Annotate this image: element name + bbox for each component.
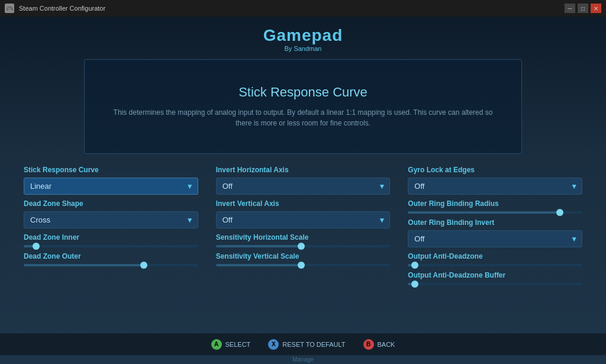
invert-horizontal-label: Invert Horizontal Axis xyxy=(216,166,391,174)
reset-button[interactable]: X RESET TO DEFAULT xyxy=(268,339,345,350)
reset-icon: X xyxy=(268,339,279,350)
header-section: Gamepad By Sandman Stick Response Curve … xyxy=(0,17,606,154)
title-bar: 🎮 Steam Controller Configurator ─ □ ✕ xyxy=(0,0,606,17)
column-1: Stick Response Curve Linear Aggressive W… xyxy=(24,166,207,327)
dead-zone-inner-label: Dead Zone Inner xyxy=(24,233,198,241)
dead-zone-outer-field: Dead Zone Outer xyxy=(24,252,198,266)
invert-horizontal-field: Invert Horizontal Axis Off On ▼ xyxy=(216,166,391,195)
dead-zone-inner-field: Dead Zone Inner xyxy=(24,233,198,247)
dead-zone-shape-wrapper: Cross Circle Square ▼ xyxy=(24,211,198,228)
dead-zone-shape-label: Dead Zone Shape xyxy=(24,199,198,208)
back-button[interactable]: B BACK xyxy=(363,339,395,350)
stick-response-curve-dropdown[interactable]: Linear Aggressive Wide Extra Wide Custom xyxy=(24,178,198,195)
invert-vertical-dropdown[interactable]: Off On xyxy=(216,211,391,228)
stick-response-curve-field: Stick Response Curve Linear Aggressive W… xyxy=(24,166,198,195)
gyro-lock-wrapper: Off On ▼ xyxy=(408,178,582,195)
stick-response-curve-wrapper: Linear Aggressive Wide Extra Wide Custom… xyxy=(24,178,198,195)
app-icon: 🎮 xyxy=(5,4,14,13)
output-anti-deadzone-buffer-thumb[interactable] xyxy=(411,281,418,288)
output-anti-deadzone-buffer-field: Output Anti-Deadzone Buffer xyxy=(408,271,582,285)
dead-zone-shape-dropdown[interactable]: Cross Circle Square xyxy=(24,211,198,228)
dead-zone-outer-label: Dead Zone Outer xyxy=(24,252,198,260)
graph-description: This determines the mapping of analog in… xyxy=(108,107,498,128)
outer-ring-radius-label: Outer Ring Binding Radius xyxy=(408,199,582,208)
outer-ring-radius-field: Outer Ring Binding Radius xyxy=(408,199,582,214)
outer-ring-invert-field: Outer Ring Binding Invert Off On ▼ xyxy=(408,218,582,247)
output-anti-deadzone-buffer-label: Output Anti-Deadzone Buffer xyxy=(408,271,582,279)
select-label: SELECT xyxy=(225,341,251,348)
outer-ring-radius-track xyxy=(408,211,582,214)
reset-label: RESET TO DEFAULT xyxy=(282,341,345,348)
select-icon: A xyxy=(211,339,222,350)
sensitivity-horizontal-track xyxy=(216,245,391,247)
back-icon: B xyxy=(363,339,374,350)
window-controls: ─ □ ✕ xyxy=(565,4,601,13)
gyro-lock-dropdown[interactable]: Off On xyxy=(408,178,582,195)
output-anti-deadzone-field: Output Anti-Deadzone xyxy=(408,252,582,266)
stick-response-curve-label: Stick Response Curve xyxy=(24,166,198,174)
sensitivity-vertical-thumb[interactable] xyxy=(298,262,305,269)
output-anti-deadzone-buffer-track xyxy=(408,283,582,285)
minimize-button[interactable]: ─ xyxy=(565,4,575,13)
dead-zone-inner-track xyxy=(24,245,198,247)
dead-zone-outer-thumb[interactable] xyxy=(140,262,147,269)
close-button[interactable]: ✕ xyxy=(591,4,601,13)
sensitivity-horizontal-field: Sensitivity Horizontal Scale xyxy=(216,233,391,247)
title-bar-text: Steam Controller Configurator xyxy=(19,5,560,12)
main-content: Gamepad By Sandman Stick Response Curve … xyxy=(0,17,606,364)
sensitivity-vertical-label: Sensitivity Vertical Scale xyxy=(216,252,391,260)
outer-ring-invert-label: Outer Ring Binding Invert xyxy=(408,218,582,227)
column-2: Invert Horizontal Axis Off On ▼ Invert V… xyxy=(207,166,399,327)
graph-title: Stick Response Curve xyxy=(238,85,368,100)
controls-section: Stick Response Curve Linear Aggressive W… xyxy=(0,154,606,333)
sensitivity-vertical-field: Sensitivity Vertical Scale xyxy=(216,252,391,266)
outer-ring-invert-wrapper: Off On ▼ xyxy=(408,230,582,247)
app-title: Gamepad xyxy=(263,26,343,45)
maximize-button[interactable]: □ xyxy=(578,4,588,13)
app-subtitle: By Sandman xyxy=(285,45,322,52)
invert-horizontal-dropdown[interactable]: Off On xyxy=(216,178,391,195)
dead-zone-shape-field: Dead Zone Shape Cross Circle Square ▼ xyxy=(24,199,198,228)
back-label: BACK xyxy=(378,341,395,348)
invert-vertical-label: Invert Vertical Axis xyxy=(216,199,391,208)
sensitivity-vertical-track xyxy=(216,264,391,266)
dead-zone-outer-track xyxy=(24,264,198,266)
gyro-lock-field: Gyro Lock at Edges Off On ▼ xyxy=(408,166,582,195)
select-button[interactable]: A SELECT xyxy=(211,339,251,350)
sensitivity-horizontal-label: Sensitivity Horizontal Scale xyxy=(216,233,391,241)
bottom-bar: A SELECT X RESET TO DEFAULT B BACK xyxy=(0,333,606,355)
column-3: Gyro Lock at Edges Off On ▼ Outer Ring B… xyxy=(399,166,582,327)
outer-ring-radius-thumb[interactable] xyxy=(556,209,563,216)
output-anti-deadzone-track xyxy=(408,264,582,266)
dead-zone-inner-thumb[interactable] xyxy=(33,243,40,250)
invert-horizontal-wrapper: Off On ▼ xyxy=(216,178,391,195)
output-anti-deadzone-thumb[interactable] xyxy=(411,262,418,269)
graph-panel: Stick Response Curve This determines the… xyxy=(84,59,522,154)
invert-vertical-wrapper: Off On ▼ xyxy=(216,211,391,228)
sensitivity-horizontal-thumb[interactable] xyxy=(298,243,305,250)
outer-ring-invert-dropdown[interactable]: Off On xyxy=(408,230,582,247)
invert-vertical-field: Invert Vertical Axis Off On ▼ xyxy=(216,199,391,228)
footer: Manage xyxy=(0,355,606,364)
output-anti-deadzone-label: Output Anti-Deadzone xyxy=(408,252,582,260)
gyro-lock-label: Gyro Lock at Edges xyxy=(408,166,582,174)
